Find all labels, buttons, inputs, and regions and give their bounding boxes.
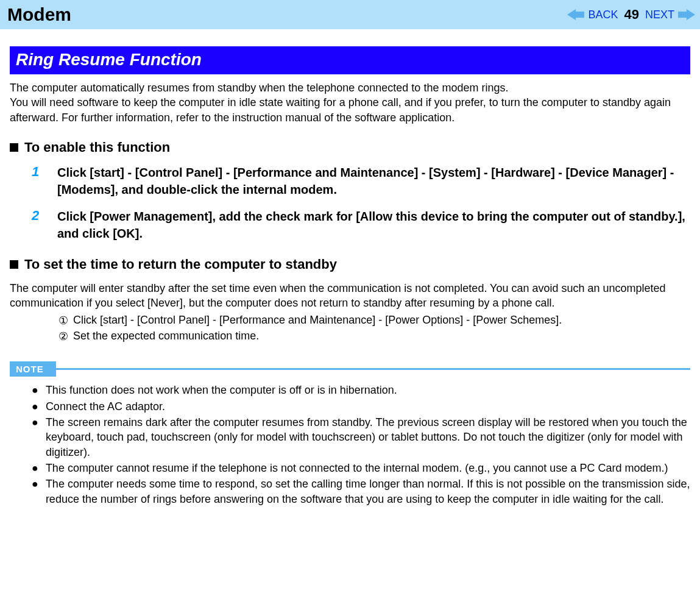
step-text: Click [start] - [Control Panel] - [Perfo… (57, 164, 690, 198)
circled-item-text: Click [start] - [Control Panel] - [Perfo… (73, 314, 562, 327)
svg-marker-1 (678, 9, 695, 20)
set-time-paragraph: The computer will enter standby after th… (10, 281, 690, 311)
enable-function-heading-text: To enable this function (24, 140, 170, 155)
circled-instruction-list: ① Click [start] - [Control Panel] - [Per… (58, 314, 690, 343)
set-time-heading: To set the time to return the computer t… (10, 257, 690, 272)
circled-item: ② Set the expected communication time. (58, 330, 690, 343)
section-title-bar: Ring Resume Function (10, 46, 690, 74)
list-item-text: Connect the AC adaptor. (46, 399, 165, 414)
next-link[interactable]: NEXT (645, 9, 674, 21)
circled-item-text: Set the expected communication time. (73, 330, 259, 342)
list-item: ● The screen remains dark after the comp… (32, 415, 690, 459)
list-item-text: The computer needs some time to respond,… (46, 477, 690, 506)
bullet-icon: ● (32, 477, 38, 506)
note-divider-line (56, 368, 690, 370)
step-text: Click [Power Management], add the check … (57, 208, 690, 242)
bullet-icon: ● (32, 461, 38, 475)
note-bullet-list: ● This function does not work when the c… (32, 383, 690, 506)
bullet-icon: ● (32, 383, 38, 397)
bullet-icon: ● (32, 415, 38, 459)
list-item-text: This function does not work when the com… (46, 383, 397, 397)
svg-marker-0 (567, 9, 584, 20)
note-header: NOTE (10, 361, 690, 377)
step-1: 1 Click [start] - [Control Panel] - [Per… (32, 164, 690, 198)
circled-item: ① Click [start] - [Control Panel] - [Per… (58, 314, 690, 327)
step-number: 2 (32, 208, 41, 242)
list-item: ● The computer cannot resume if the tele… (32, 461, 690, 475)
header-nav: BACK 49 NEXT (567, 7, 695, 23)
back-link[interactable]: BACK (588, 9, 618, 21)
list-item: ● The computer needs some time to respon… (32, 477, 690, 506)
arrow-left-icon (567, 9, 584, 20)
list-item: ● Connect the AC adaptor. (32, 399, 690, 414)
circled-number-icon: ② (58, 330, 68, 343)
list-item: ● This function does not work when the c… (32, 383, 690, 397)
circled-number-icon: ① (58, 314, 68, 327)
set-time-heading-text: To set the time to return the computer t… (24, 257, 337, 272)
intro-paragraph: The computer automatically resumes from … (10, 80, 690, 125)
list-item-text: The computer cannot resume if the teleph… (46, 461, 668, 475)
bullet-icon: ● (32, 399, 38, 414)
square-bullet-icon (10, 260, 18, 269)
page-number: 49 (624, 7, 639, 23)
step-2: 2 Click [Power Management], add the chec… (32, 208, 690, 242)
page-title: Modem (7, 4, 71, 25)
page-header: Modem BACK 49 NEXT (0, 0, 700, 29)
square-bullet-icon (10, 143, 18, 152)
arrow-right-icon (678, 9, 695, 20)
step-number: 1 (32, 164, 41, 198)
list-item-text: The screen remains dark after the comput… (46, 415, 690, 459)
enable-function-heading: To enable this function (10, 140, 690, 155)
page-content: Ring Resume Function The computer automa… (0, 29, 700, 520)
note-label: NOTE (10, 361, 56, 377)
note-block: NOTE ● This function does not work when … (10, 361, 690, 506)
